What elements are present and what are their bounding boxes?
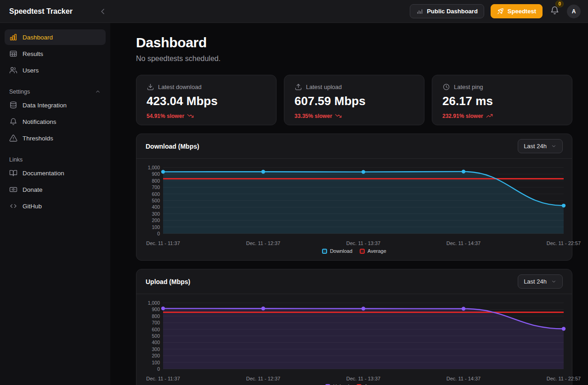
app-title: Speedtest Tracker	[7, 7, 73, 16]
sidebar-item-notifications[interactable]: Notifications	[5, 114, 106, 129]
public-dashboard-button[interactable]: Public Dashboard	[410, 4, 484, 18]
banknote-icon	[9, 185, 17, 194]
sidebar-item-label: Users	[23, 67, 39, 74]
legend-item-average[interactable]: Average	[360, 248, 386, 254]
stat-label: Latest upload	[306, 84, 342, 90]
stat-change: 54.91% slower	[147, 112, 266, 119]
range-select-value: Last 24h	[524, 143, 547, 150]
y-axis: 01002003004005006007008009001,000	[146, 165, 163, 237]
stat-value: 26.17 ms	[442, 94, 562, 108]
y-tick-label: 300	[152, 211, 160, 217]
sidebar-item-github[interactable]: GitHub	[5, 198, 106, 214]
chart-body: 01002003004005006007008009001,000Dec. 11…	[136, 159, 572, 260]
trending-down-icon	[187, 112, 194, 119]
table-icon	[9, 50, 17, 58]
sidebar-item-label: Results	[23, 50, 43, 57]
sidebar-item-results[interactable]: Results	[5, 46, 106, 61]
stat-value: 607.59 Mbps	[294, 94, 414, 108]
rocket-icon	[497, 8, 504, 15]
y-tick-label: 800	[152, 313, 160, 319]
sidebar-section-settings[interactable]: Settings	[5, 85, 106, 97]
sidebar-item-thresholds[interactable]: Thresholds	[5, 130, 106, 146]
stat-card-header: Latest download	[147, 83, 266, 91]
legend-item-download[interactable]: Download	[322, 248, 352, 254]
legend-swatch	[360, 249, 365, 254]
legend-label: Average	[368, 248, 386, 254]
bar-chart-icon	[9, 33, 17, 41]
sidebar-collapse-button[interactable]	[96, 5, 109, 18]
notifications-button[interactable]: 0	[549, 5, 560, 18]
y-tick-label: 400	[152, 340, 160, 345]
stat-change: 232.91% slower	[442, 112, 562, 119]
chart-title: Download (Mbps)	[146, 143, 199, 150]
y-tick-label: 400	[152, 204, 160, 210]
chart-legend: DownloadAverage	[146, 247, 563, 257]
download-tray-icon	[147, 83, 154, 91]
avatar[interactable]: A	[567, 5, 581, 18]
trending-up-icon	[486, 112, 493, 119]
code-icon	[9, 202, 17, 210]
chart-header: Download (Mbps)Last 24h	[136, 134, 572, 159]
public-dashboard-label: Public Dashboard	[427, 8, 478, 14]
upload-range-select[interactable]: Last 24h	[518, 274, 563, 289]
chart-bars-icon	[416, 8, 423, 15]
stat-card-latest-download: Latest download423.04 Mbps54.91% slower	[136, 75, 277, 125]
y-tick-label: 100	[152, 360, 160, 365]
y-tick-label: 0	[157, 231, 160, 236]
y-tick-label: 600	[152, 327, 160, 332]
chevron-up-icon	[95, 89, 101, 95]
y-tick-label: 700	[152, 320, 160, 325]
sidebar-item-label: Thresholds	[23, 135, 53, 142]
stat-change: 33.35% slower	[294, 112, 414, 119]
x-tick-label: Dec. 11 - 22:57	[547, 376, 581, 381]
sidebar-item-donate[interactable]: Donate	[5, 182, 106, 197]
chevron-down-icon	[551, 279, 557, 285]
bell-icon	[9, 117, 17, 126]
users-icon	[9, 66, 17, 74]
y-tick-label: 500	[152, 333, 160, 339]
y-tick-label: 900	[152, 171, 160, 177]
x-axis: Dec. 11 - 11:37Dec. 11 - 12:37Dec. 11 - …	[146, 239, 563, 247]
page-title: Dashboard	[136, 35, 572, 50]
page-subtitle: No speedtests scheduled.	[136, 55, 572, 63]
y-axis: 01002003004005006007008009001,000	[146, 300, 163, 373]
plot-row: 01002003004005006007008009001,000	[146, 165, 563, 237]
stat-card-latest-upload: Latest upload607.59 Mbps33.35% slower	[284, 75, 424, 125]
x-tick-label: Dec. 11 - 13:37	[346, 376, 380, 381]
y-tick-label: 500	[152, 198, 160, 203]
database-icon	[9, 101, 17, 109]
main-content: Dashboard No speedtests scheduled. Lates…	[110, 23, 588, 385]
sidebar-section-links: Links	[5, 153, 106, 165]
sidebar-item-documentation[interactable]: Documentation	[5, 165, 106, 181]
upload-chart-card: Upload (Mbps)Last 24h0100200300400500600…	[136, 269, 572, 385]
upload-chart-plot	[163, 300, 564, 373]
sidebar-section-label: Settings	[9, 89, 30, 95]
notification-count-badge: 0	[555, 0, 564, 7]
sidebar-item-dashboard[interactable]: Dashboard	[5, 29, 106, 45]
download-range-select[interactable]: Last 24h	[518, 139, 563, 153]
chart-title: Upload (Mbps)	[146, 278, 190, 285]
topbar: Speedtest Tracker Public Dashboard Speed…	[0, 0, 588, 23]
stat-change-label: 33.35% slower	[294, 113, 332, 119]
chart-body: 01002003004005006007008009001,000Dec. 11…	[136, 294, 572, 385]
range-select-value: Last 24h	[524, 278, 547, 285]
sidebar-item-label: Donate	[23, 186, 43, 193]
topbar-actions: Public Dashboard Speedtest 0 A	[410, 4, 581, 18]
y-tick-label: 200	[152, 218, 160, 223]
plot-row: 01002003004005006007008009001,000	[146, 300, 563, 373]
y-tick-label: 300	[152, 346, 160, 352]
stats-row: Latest download423.04 Mbps54.91% slowerL…	[136, 75, 572, 125]
y-tick-label: 700	[152, 184, 160, 190]
x-tick-label: Dec. 11 - 12:37	[246, 240, 280, 246]
sidebar-item-users[interactable]: Users	[5, 62, 106, 78]
sidebar-item-data-integration[interactable]: Data Integration	[5, 97, 106, 113]
stat-change-label: 54.91% slower	[147, 113, 184, 119]
x-tick-label: Dec. 11 - 14:37	[447, 240, 481, 246]
stat-label: Latest ping	[454, 84, 483, 90]
y-tick-label: 200	[152, 353, 160, 358]
speedtest-button[interactable]: Speedtest	[491, 4, 543, 18]
x-tick-label: Dec. 11 - 11:37	[146, 376, 180, 381]
legend-swatch	[322, 249, 327, 254]
x-tick-label: Dec. 11 - 11:37	[146, 240, 180, 246]
y-tick-label: 100	[152, 224, 160, 230]
